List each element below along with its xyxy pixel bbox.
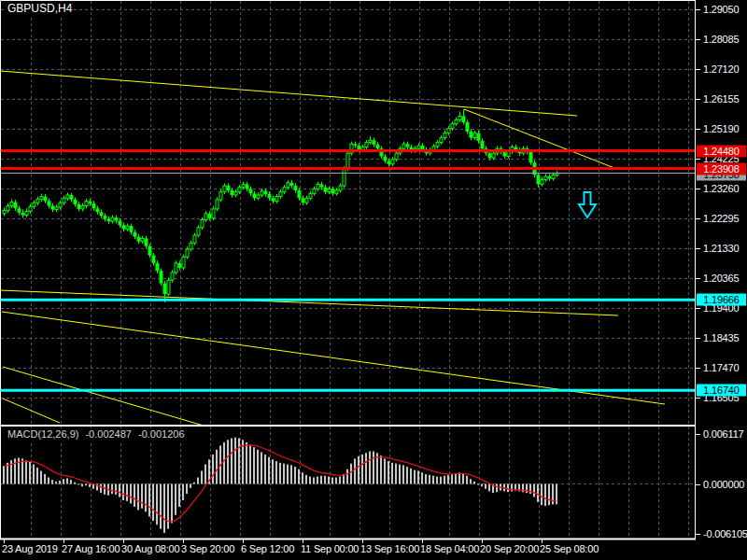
price-axis-tick <box>696 218 700 219</box>
price-axis-tick <box>696 69 700 70</box>
price-badge: 1.19666 <box>697 294 746 306</box>
price-axis-label: 0.006117 <box>703 428 743 440</box>
macd-indicator-label: MACD(12,26,9) -0.002487 -0.001206 <box>5 428 188 441</box>
time-axis-label: 23 Aug 2019 <box>2 543 58 554</box>
price-axis-tick <box>696 484 700 485</box>
horizontal-price-lines[interactable] <box>1 151 695 391</box>
price-axis-label: 1.17470 <box>703 362 739 373</box>
price-axis-tick <box>696 9 700 10</box>
price-axis-tick <box>696 248 700 249</box>
mt4-chart-window: GBPUSD,H4 MACD(12,26,9) -0.002487 -0.001… <box>0 0 747 560</box>
price-axis-label: 1.20365 <box>703 273 739 284</box>
price-axis-label: 1.21330 <box>703 243 739 254</box>
candles <box>3 109 558 302</box>
time-axis-label: 27 Aug 16:00 <box>62 543 120 554</box>
price-axis-tick <box>696 99 700 100</box>
price-badge: 1.24480 <box>697 145 746 157</box>
price-axis-tick <box>696 278 700 279</box>
price-axis-tick <box>696 129 700 130</box>
price-axis-label: 1.22295 <box>703 213 739 224</box>
macd-signal-value: -0.001206 <box>138 428 185 441</box>
time-axis-label: 13 Sep 16:00 <box>360 543 419 554</box>
price-axis-tick <box>696 39 700 40</box>
price-axis-tick <box>696 189 700 189</box>
time-axis-label: 20 Sep 20:00 <box>480 543 539 554</box>
price-axis-label: -0.006105 <box>703 528 747 539</box>
chart-plot[interactable] <box>0 0 747 560</box>
price-axis-tick <box>696 338 700 339</box>
price-axis-label: 0.000000 <box>703 479 744 490</box>
price-axis-tick <box>696 434 700 435</box>
price-badge: 1.16740 <box>697 385 746 397</box>
price-axis-tick <box>696 159 700 160</box>
price-axis-label: 1.27120 <box>703 63 739 75</box>
time-scale[interactable]: 23 Aug 201927 Aug 16:0030 Aug 08:003 Sep… <box>0 540 696 560</box>
price-axis-label: 1.26155 <box>703 93 739 105</box>
macd-value: -0.002487 <box>85 428 132 441</box>
price-axis-label: 1.23260 <box>703 183 739 194</box>
price-axis-tick <box>696 534 700 535</box>
time-axis-label: 6 Sep 12:00 <box>241 543 294 554</box>
time-axis-label: 11 Sep 00:00 <box>301 543 359 554</box>
macd-histogram <box>3 438 557 533</box>
window-frame <box>0 0 696 539</box>
price-axis-label: 1.25190 <box>703 123 739 134</box>
price-scale[interactable]: 1.290501.280851.271201.261551.251901.242… <box>696 0 747 560</box>
time-axis-label: 30 Aug 08:00 <box>121 543 179 554</box>
price-axis-tick <box>696 308 700 309</box>
price-axis-label: 1.29050 <box>703 4 739 15</box>
price-axis-tick <box>696 368 700 369</box>
time-axis-label: 25 Sep 08:00 <box>540 543 599 554</box>
down-arrow-icon[interactable] <box>579 192 596 217</box>
grid <box>1 1 695 539</box>
price-axis-tick <box>696 398 700 399</box>
price-axis-label: 1.28085 <box>703 34 739 45</box>
price-badge: 1.23908 <box>697 162 746 175</box>
time-axis-label: 3 Sep 20:00 <box>181 543 234 554</box>
macd-indicator-name: MACD(12,26,9) <box>7 428 78 441</box>
time-axis-label: 18 Sep 04:00 <box>420 543 479 554</box>
price-axis-label: 1.18435 <box>703 332 739 343</box>
chart-symbol-label: GBPUSD,H4 <box>6 2 74 15</box>
